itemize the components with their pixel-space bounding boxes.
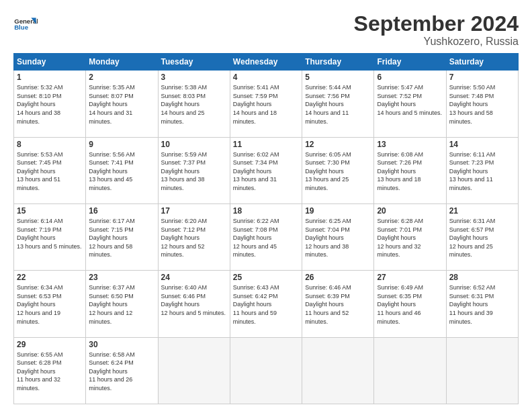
day-number: 20 [377,206,443,216]
day-info: Sunrise: 6:52 AMSunset: 6:31 PMDaylight … [449,283,515,326]
table-row: 2Sunrise: 5:35 AMSunset: 8:07 PMDaylight… [86,71,158,137]
day-info: Sunrise: 5:38 AMSunset: 8:03 PMDaylight … [161,83,227,126]
table-row: 25Sunrise: 6:43 AMSunset: 6:42 PMDayligh… [230,271,302,337]
table-row: 10Sunrise: 5:59 AMSunset: 7:37 PMDayligh… [158,137,230,203]
day-number: 18 [233,206,299,216]
table-row: 28Sunrise: 6:52 AMSunset: 6:31 PMDayligh… [446,271,518,337]
calendar-table: Sunday Monday Tuesday Wednesday Thursday… [13,53,519,404]
col-tuesday: Tuesday [158,54,230,71]
month-title: September 2024 [354,12,519,36]
day-number: 4 [233,73,299,82]
col-saturday: Saturday [446,54,518,71]
day-info: Sunrise: 5:53 AMSunset: 7:45 PMDaylight … [17,150,83,193]
table-row: 6Sunrise: 5:47 AMSunset: 7:52 PMDaylight… [374,71,446,137]
day-info: Sunrise: 6:05 AMSunset: 7:30 PMDaylight … [305,150,371,193]
col-monday: Monday [86,54,158,71]
table-row: 19Sunrise: 6:25 AMSunset: 7:04 PMDayligh… [302,203,374,270]
table-row: 21Sunrise: 6:31 AMSunset: 6:57 PMDayligh… [446,203,518,270]
day-info: Sunrise: 6:58 AMSunset: 6:24 PMDaylight … [89,351,154,393]
day-number: 25 [233,273,299,282]
day-info: Sunrise: 6:46 AMSunset: 6:39 PMDaylight … [305,283,371,326]
day-info: Sunrise: 6:11 AMSunset: 7:23 PMDaylight … [449,150,515,193]
day-info: Sunrise: 5:56 AMSunset: 7:41 PMDaylight … [89,150,154,193]
logo-svg: General Blue [13,12,38,36]
day-info: Sunrise: 6:02 AMSunset: 7:34 PMDaylight … [233,150,299,193]
day-info: Sunrise: 6:22 AMSunset: 7:08 PMDaylight … [233,217,299,259]
day-number: 15 [17,206,83,216]
table-row: 14Sunrise: 6:11 AMSunset: 7:23 PMDayligh… [446,137,518,203]
table-row: 24Sunrise: 6:40 AMSunset: 6:46 PMDayligh… [158,271,230,337]
table-row: 1Sunrise: 5:32 AMSunset: 8:10 PMDaylight… [14,71,86,137]
day-info: Sunrise: 5:44 AMSunset: 7:56 PMDaylight … [305,83,371,126]
table-row: 29Sunrise: 6:55 AMSunset: 6:28 PMDayligh… [14,337,86,404]
day-info: Sunrise: 6:20 AMSunset: 7:12 PMDaylight … [161,217,227,259]
day-info: Sunrise: 6:49 AMSunset: 6:35 PMDaylight … [377,283,443,326]
table-row: 27Sunrise: 6:49 AMSunset: 6:35 PMDayligh… [374,271,446,337]
day-info: Sunrise: 6:08 AMSunset: 7:26 PMDaylight … [377,150,443,193]
location-subtitle: Yushkozero, Russia [354,36,519,48]
table-row: 18Sunrise: 6:22 AMSunset: 7:08 PMDayligh… [230,203,302,270]
table-row: 26Sunrise: 6:46 AMSunset: 6:39 PMDayligh… [302,271,374,337]
day-number: 9 [89,140,154,149]
day-info: Sunrise: 6:40 AMSunset: 6:46 PMDaylight … [161,283,227,317]
table-row [158,337,230,404]
day-info: Sunrise: 5:59 AMSunset: 7:37 PMDaylight … [161,150,227,193]
table-row: 4Sunrise: 5:41 AMSunset: 7:59 PMDaylight… [230,71,302,137]
day-info: Sunrise: 5:50 AMSunset: 7:48 PMDaylight … [449,83,515,126]
day-info: Sunrise: 6:17 AMSunset: 7:15 PMDaylight … [89,217,154,259]
day-number: 1 [17,73,83,82]
table-row: 9Sunrise: 5:56 AMSunset: 7:41 PMDaylight… [86,137,158,203]
header: General Blue September 2024 Yushkozero, … [13,12,519,48]
day-number: 28 [449,273,515,282]
table-row: 30Sunrise: 6:58 AMSunset: 6:24 PMDayligh… [86,337,158,404]
day-info: Sunrise: 6:14 AMSunset: 7:19 PMDaylight … [17,217,83,250]
header-row: Sunday Monday Tuesday Wednesday Thursday… [14,54,519,71]
day-number: 13 [377,140,443,149]
col-friday: Friday [374,54,446,71]
table-row [230,337,302,404]
col-sunday: Sunday [14,54,86,71]
day-number: 12 [305,140,371,149]
day-info: Sunrise: 6:37 AMSunset: 6:50 PMDaylight … [89,283,154,326]
day-number: 23 [89,273,154,282]
logo: General Blue [13,12,38,36]
day-number: 2 [89,73,154,82]
day-number: 17 [161,206,227,216]
table-row: 17Sunrise: 6:20 AMSunset: 7:12 PMDayligh… [158,203,230,270]
col-thursday: Thursday [302,54,374,71]
day-info: Sunrise: 6:55 AMSunset: 6:28 PMDaylight … [17,351,83,393]
day-number: 14 [449,140,515,149]
table-row: 12Sunrise: 6:05 AMSunset: 7:30 PMDayligh… [302,137,374,203]
table-row: 23Sunrise: 6:37 AMSunset: 6:50 PMDayligh… [86,271,158,337]
title-area: September 2024 Yushkozero, Russia [354,12,519,48]
day-number: 6 [377,73,443,82]
day-number: 29 [17,340,83,349]
day-info: Sunrise: 6:25 AMSunset: 7:04 PMDaylight … [305,217,371,259]
day-number: 11 [233,140,299,149]
day-number: 30 [89,340,154,349]
day-info: Sunrise: 5:35 AMSunset: 8:07 PMDaylight … [89,83,154,126]
svg-text:Blue: Blue [14,24,28,31]
day-number: 22 [17,273,83,282]
table-row: 15Sunrise: 6:14 AMSunset: 7:19 PMDayligh… [14,203,86,270]
day-number: 27 [377,273,443,282]
table-row [302,337,374,404]
day-info: Sunrise: 5:41 AMSunset: 7:59 PMDaylight … [233,83,299,126]
day-number: 26 [305,273,371,282]
table-row: 11Sunrise: 6:02 AMSunset: 7:34 PMDayligh… [230,137,302,203]
table-row: 22Sunrise: 6:34 AMSunset: 6:53 PMDayligh… [14,271,86,337]
table-row: 8Sunrise: 5:53 AMSunset: 7:45 PMDaylight… [14,137,86,203]
table-row: 16Sunrise: 6:17 AMSunset: 7:15 PMDayligh… [86,203,158,270]
table-row [446,337,518,404]
day-number: 5 [305,73,371,82]
day-number: 19 [305,206,371,216]
day-info: Sunrise: 5:32 AMSunset: 8:10 PMDaylight … [17,83,83,126]
table-row [374,337,446,404]
day-info: Sunrise: 6:43 AMSunset: 6:42 PMDaylight … [233,283,299,326]
table-row: 13Sunrise: 6:08 AMSunset: 7:26 PMDayligh… [374,137,446,203]
day-number: 10 [161,140,227,149]
page: General Blue September 2024 Yushkozero, … [0,0,532,411]
day-number: 8 [17,140,83,149]
table-row: 7Sunrise: 5:50 AMSunset: 7:48 PMDaylight… [446,71,518,137]
day-number: 3 [161,73,227,82]
